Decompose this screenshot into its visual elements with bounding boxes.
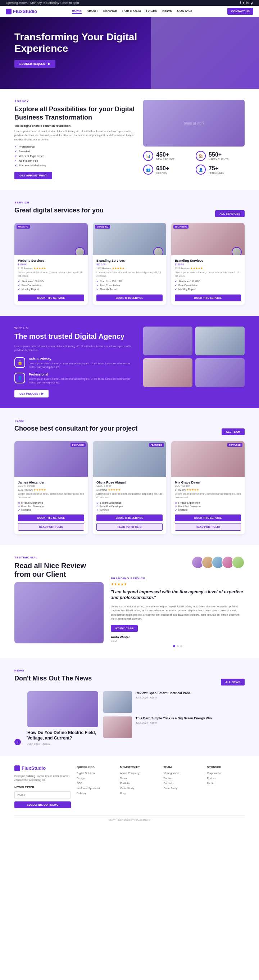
nav-home[interactable]: HOME [72, 9, 82, 14]
all-team-button[interactable]: ALL TEAM [222, 428, 245, 435]
all-services-button[interactable]: ALL SERVICES [215, 210, 245, 217]
facebook-icon[interactable]: f [240, 1, 241, 5]
team-3-exp: 5 Years Experience [175, 501, 241, 504]
nav-about[interactable]: ABOUT [87, 9, 98, 14]
projects-icon: 📊 [143, 151, 153, 161]
happy-clients-icon: 🏠 [196, 151, 206, 161]
footer-mem-2[interactable]: Team [120, 776, 158, 780]
testimonials-avatars [191, 556, 245, 573]
footer-mem-1[interactable]: About Company [120, 772, 158, 775]
why-image-1 [143, 326, 192, 355]
service-3-book-button[interactable]: BOOK THIS SERVICE [175, 294, 241, 301]
check-marketing: Successful Marketing [14, 164, 136, 167]
footer-sponsor-2[interactable]: Partner [207, 776, 245, 780]
news-prev-button[interactable]: ‹ [14, 739, 21, 745]
why-section: WHY US The most trusted Digital Agency L… [0, 316, 259, 408]
why-feature-1-title: Safe & Privacy [29, 357, 136, 361]
footer-team-1[interactable]: Management [164, 772, 202, 775]
all-news-button[interactable]: ALL NEWS [221, 679, 245, 686]
footer-logo-icon [14, 765, 20, 771]
testimonials-pagination [111, 645, 245, 648]
news-main-author: Admin [43, 743, 50, 745]
team-3-portfolio-button[interactable]: READ PORTFOLIO [175, 523, 241, 531]
service-2-body: Branding Services $120.00 1122 Reviews ★… [93, 255, 166, 305]
team-1-badge: FEATURED [70, 443, 86, 447]
footer-team-4[interactable]: Case Study [164, 787, 202, 790]
why-feature-1: 🔒 Safe & Privacy Lorem ipsum dolor sit a… [14, 357, 136, 369]
service-3-name: Branding Services [175, 259, 241, 262]
footer-top: FluxStudio Example Building, Lorem ipsum… [14, 765, 245, 809]
dot-3[interactable] [180, 645, 183, 648]
team-2-book-button[interactable]: BOOK THIS SERVICE [96, 514, 163, 521]
footer-link-2[interactable]: Design [76, 776, 114, 780]
team-section: TEAM Choose best consultant for your pro… [0, 408, 259, 545]
footer-mem-3[interactable]: Portfolio [120, 782, 158, 785]
team-3-image: FEATURED [171, 441, 245, 477]
footer-link-5[interactable]: Delivery [76, 792, 114, 795]
agency-section: AGENCY Explore all Possibilities for you… [0, 89, 259, 190]
news-card-2-author: Admin [150, 722, 157, 724]
footer-quicklinks: QUICKLINKS Digital Solution Design SEO I… [76, 765, 114, 809]
services-tag: SERVICE [14, 201, 103, 204]
agency-cta-button[interactable]: GET APPOINTMENT [14, 172, 52, 179]
footer-link-4[interactable]: In-House Specialist [76, 787, 114, 790]
footer-mem-4[interactable]: Case Study [120, 787, 158, 790]
service-2-avatar [153, 247, 163, 255]
nav-news[interactable]: NEWS [162, 9, 172, 14]
why-images [143, 326, 245, 398]
nav-portfolio[interactable]: PORTFOLIO [122, 9, 141, 14]
service-2-desc: Lorem ipsum dolor sit amet, consectetur … [96, 271, 163, 278]
team-1-portfolio-button[interactable]: READ PORTFOLIO [18, 523, 84, 531]
services-section: SERVICE Great digital services for you A… [0, 190, 259, 316]
twitter-icon[interactable]: t [243, 1, 244, 5]
team-card-1: FEATURED James Alexander CEO / Founder 1… [14, 441, 88, 534]
footer-team-3[interactable]: Portfolio [164, 782, 202, 785]
why-cta-button[interactable]: GET REQUEST ▶ [14, 390, 49, 398]
nav-contact[interactable]: CONTACT [177, 9, 192, 14]
testimonials-study-button[interactable]: STUDY CASE [111, 625, 138, 632]
footer-mem-5[interactable]: Blog [120, 792, 158, 795]
team-card-2: FEATURED Olivia Rose Abigail CEO / Senio… [93, 441, 166, 534]
dot-2[interactable] [176, 645, 179, 648]
news-card-1-title: Review: Span Smart Electrical Panel [136, 691, 245, 695]
newsletter-subscribe-button[interactable]: SUBSCRIBE OUR NEWS [14, 802, 71, 808]
news-card-2-body: This Darn Simple Trick is a Big Green En… [136, 716, 245, 738]
service-1-stars: ★★★★★ [33, 267, 46, 270]
logo-icon [6, 9, 11, 14]
service-2-price: $120.00 [96, 263, 163, 266]
team-3-book-button[interactable]: BOOK THIS SERVICE [175, 514, 241, 521]
team-1-book-button[interactable]: BOOK THIS SERVICE [18, 514, 84, 521]
footer-team-2[interactable]: Partner [164, 776, 202, 780]
team-3-type: Front End Developer [175, 505, 241, 508]
instagram-icon[interactable]: in [246, 1, 249, 5]
footer-quicklinks-title: QUICKLINKS [76, 765, 114, 768]
hero-cta-button[interactable]: BOOKED REQUEST ▶ [14, 60, 56, 68]
logo[interactable]: FluxStudio [6, 9, 37, 14]
footer-link-3[interactable]: SEO [76, 782, 114, 785]
team-2-portfolio-button[interactable]: READ PORTFOLIO [96, 523, 163, 531]
service-1-badge: WEBSITE [17, 225, 30, 229]
service-1-book-button[interactable]: BOOK THIS SERVICE [18, 294, 84, 301]
nav-service[interactable]: SERVICE [103, 9, 117, 14]
footer-sponsor-3[interactable]: Media [207, 782, 245, 785]
dot-1[interactable] [173, 645, 175, 648]
agency-stats: Team at work 📊 450+ NEW PROJECT 🏠 550+ H… [143, 100, 245, 179]
newsletter-email-input[interactable] [14, 791, 71, 799]
stat-personnel-num: 75+ [209, 165, 224, 172]
team-1-image: FEATURED [14, 441, 88, 477]
team-1-body: James Alexander CEO / Founder 1122 Revie… [14, 477, 88, 534]
why-features: 🔒 Safe & Privacy Lorem ipsum dolor sit a… [14, 357, 136, 384]
team-2-stars: ★★★★★ [108, 488, 121, 492]
nav-cta-button[interactable]: CONTACT US [227, 8, 253, 15]
nav-pages[interactable]: PAGES [146, 9, 157, 14]
team-3-reviews: 1 Reviews ★★★★★ [175, 488, 241, 492]
copyright-text: COPYRIGHT 2024 BY FLUXSTUDIO [109, 819, 150, 821]
logo-text: FluxStudio [13, 9, 37, 14]
footer-sponsor-1[interactable]: Corporation [207, 772, 245, 775]
news-card-1-date: Jul 2, 2024 [136, 696, 148, 699]
service-2-book-button[interactable]: BOOK THIS SERVICE [96, 294, 163, 301]
service-card-1: WEBSITE Website Services $120.00 1122 Re… [14, 223, 88, 305]
youtube-icon[interactable]: yt [251, 1, 253, 5]
service-3-features: Start from 150 USD Free Consultation Mon… [175, 280, 241, 291]
footer-link-1[interactable]: Digital Solution [76, 772, 114, 775]
